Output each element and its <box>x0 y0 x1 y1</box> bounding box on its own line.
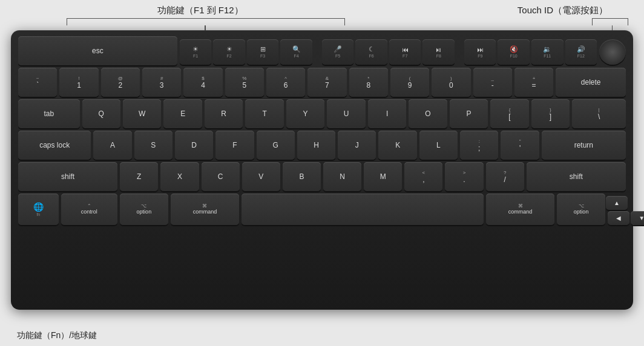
key-minus[interactable]: _ - <box>473 68 512 97</box>
key-j[interactable]: J <box>338 131 376 160</box>
key-shift-right[interactable]: shift <box>527 162 626 191</box>
func-keys-annotation: 功能鍵（F1 到 F12） <box>157 5 243 16</box>
key-7[interactable]: & 7 <box>307 68 346 97</box>
key-period[interactable]: > . <box>445 162 483 191</box>
func-keys-bracket <box>67 18 345 25</box>
key-6[interactable]: ^ 6 <box>266 68 305 97</box>
key-f8[interactable]: ⏯ F8 <box>422 39 455 65</box>
key-arrow-left[interactable]: ◀ <box>608 211 629 225</box>
f5-f8-group: 🎤 F5 ☾ F6 ⏮ F7 ⏯ F8 <box>322 38 455 65</box>
key-5[interactable]: % 5 <box>225 68 264 97</box>
key-command-left[interactable]: ⌘ command <box>171 194 239 225</box>
number-row: ~ ` ! 1 @ 2 # 3 $ 4 % 5 ^ 6 & 7 <box>18 68 626 97</box>
key-grave[interactable]: ~ ` <box>18 68 57 97</box>
key-f[interactable]: F <box>215 131 254 160</box>
key-slash[interactable]: ? / <box>486 162 524 191</box>
key-9[interactable]: ( 9 <box>390 68 429 97</box>
key-u[interactable]: U <box>327 99 365 128</box>
key-f10[interactable]: 🔇 F10 <box>498 39 530 65</box>
key-q[interactable]: Q <box>82 99 120 128</box>
key-a[interactable]: A <box>93 131 131 160</box>
key-8[interactable]: * 8 <box>349 68 388 97</box>
key-4[interactable]: $ 4 <box>183 68 222 97</box>
touch-id-bracket <box>592 18 628 25</box>
f1-f4-group: ☀ F1 ☀ F2 ⊞ F3 🔍 F4 <box>180 38 312 65</box>
key-option-left[interactable]: ⌥ option <box>120 194 168 225</box>
key-p[interactable]: P <box>450 99 488 128</box>
key-semicolon[interactable]: : ; <box>460 131 498 160</box>
key-g[interactable]: G <box>257 131 295 160</box>
zxcv-row: shift Z X C V B N M < , > . ? / shift <box>18 162 626 191</box>
key-f11[interactable]: 🔉 F11 <box>531 39 564 65</box>
key-f2[interactable]: ☀ F2 <box>213 39 245 65</box>
arrow-cluster: ▲ ◀ ▼ ▶ <box>608 196 626 225</box>
key-control[interactable]: ⌃ control <box>61 194 117 225</box>
key-f6[interactable]: ☾ F6 <box>355 39 387 65</box>
key-tab[interactable]: tab <box>18 99 80 128</box>
key-b[interactable]: B <box>283 162 321 191</box>
key-i[interactable]: I <box>368 99 406 128</box>
key-k[interactable]: K <box>378 131 416 160</box>
key-f3[interactable]: ⊞ F3 <box>247 39 279 65</box>
key-l[interactable]: L <box>419 131 458 160</box>
key-r[interactable]: R <box>205 99 243 128</box>
key-f1[interactable]: ☀ F1 <box>180 39 212 65</box>
key-space[interactable] <box>242 194 484 225</box>
key-f4[interactable]: 🔍 F4 <box>280 39 312 65</box>
key-z[interactable]: Z <box>120 162 158 191</box>
key-f5[interactable]: 🎤 F5 <box>322 39 354 65</box>
key-d[interactable]: D <box>175 131 213 160</box>
key-3[interactable]: # 3 <box>142 68 181 97</box>
key-n[interactable]: N <box>323 162 361 191</box>
key-1[interactable]: ! 1 <box>59 68 98 97</box>
key-f9[interactable]: ⏭ F9 <box>464 39 496 65</box>
key-return[interactable]: return <box>542 131 626 160</box>
key-m[interactable]: M <box>364 162 402 191</box>
key-o[interactable]: O <box>409 99 447 128</box>
key-bracket-r[interactable]: } ] <box>531 99 570 128</box>
key-quote[interactable]: " ' <box>501 131 539 160</box>
fn-key-annotation: 功能鍵（Fn）/地球鍵 <box>17 330 97 341</box>
key-y[interactable]: Y <box>286 99 324 128</box>
key-option-right[interactable]: ⌥ option <box>557 194 605 225</box>
key-arrow-down[interactable]: ▼ <box>631 211 644 225</box>
key-backslash[interactable]: | \ <box>572 99 626 128</box>
asdf-row: caps lock A S D F G H J K L : ; " ' retu… <box>18 131 626 160</box>
key-command-right[interactable]: ⌘ command <box>486 194 554 225</box>
key-f7[interactable]: ⏮ F7 <box>389 39 421 65</box>
key-w[interactable]: W <box>123 99 161 128</box>
key-equal[interactable]: + = <box>514 68 553 97</box>
key-comma[interactable]: < , <box>404 162 442 191</box>
key-esc[interactable]: esc <box>18 36 177 65</box>
key-touch-id[interactable] <box>599 39 626 65</box>
key-v[interactable]: V <box>242 162 280 191</box>
key-h[interactable]: H <box>297 131 335 160</box>
key-t[interactable]: T <box>245 99 283 128</box>
key-2[interactable]: @ 2 <box>101 68 140 97</box>
key-bracket-l[interactable]: { [ <box>490 99 528 128</box>
key-f12[interactable]: 🔊 F12 <box>565 39 597 65</box>
key-x[interactable]: X <box>160 162 199 191</box>
key-caps-lock[interactable]: caps lock <box>18 131 91 160</box>
key-arrow-up[interactable]: ▲ <box>606 196 628 210</box>
key-s[interactable]: S <box>134 131 172 160</box>
touch-id-annotation: Touch ID（電源按鈕） <box>518 5 608 16</box>
key-0[interactable]: ) 0 <box>432 68 470 97</box>
f9-f12-group: ⏭ F9 🔇 F10 🔉 F11 🔊 F12 <box>464 38 597 65</box>
key-fn[interactable]: 🌐 fn <box>18 194 59 225</box>
key-c[interactable]: C <box>202 162 240 191</box>
qwerty-row: tab Q W E R T Y U I O P { [ } ] | \ <box>18 99 626 128</box>
bottom-row: 🌐 fn ⌃ control ⌥ option ⌘ command ⌘ comm… <box>18 194 626 225</box>
key-shift-left[interactable]: shift <box>18 162 117 191</box>
key-delete[interactable]: delete <box>556 68 626 97</box>
fn-key-row: esc ☀ F1 ☀ F2 ⊞ F3 🔍 F4 🎤 <box>18 36 626 65</box>
key-e[interactable]: E <box>163 99 202 128</box>
keyboard: esc ☀ F1 ☀ F2 ⊞ F3 🔍 F4 🎤 <box>11 30 633 310</box>
